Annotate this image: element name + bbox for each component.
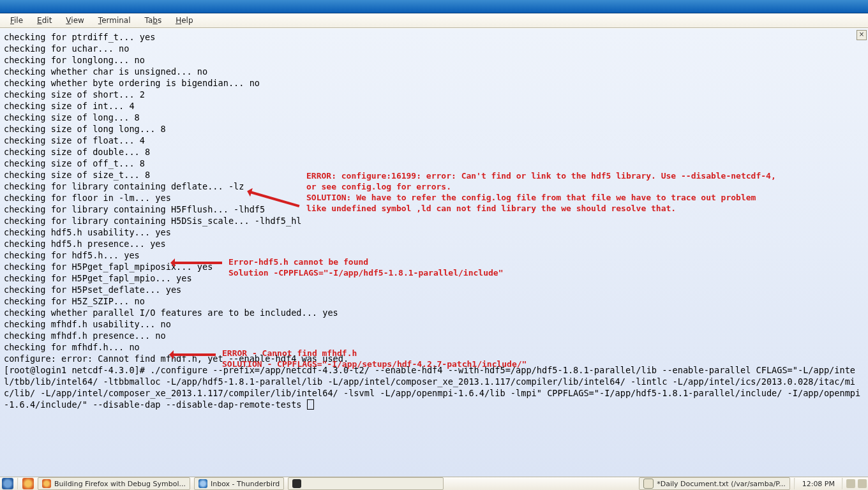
- annotation-hdf5-header: Error-hdf5.h cannot be found Solution -C…: [228, 256, 503, 278]
- firefox-icon: [42, 479, 51, 488]
- taskbar-item-thunderbird[interactable]: Inbox - Thunderbird: [194, 477, 284, 490]
- separator: [17, 478, 19, 489]
- menubar: File Edit View Terminal Tabs Help: [0, 13, 868, 28]
- menu-help[interactable]: Help: [169, 15, 199, 26]
- window-titlebar: [0, 0, 868, 13]
- taskbar-label: Building Firefox with Debug Symbol...: [54, 480, 186, 488]
- menu-terminal[interactable]: Terminal: [92, 15, 137, 26]
- arrow-icon: [174, 262, 222, 264]
- terminal-icon: [292, 479, 301, 488]
- taskbar-label: Inbox - Thunderbird: [211, 480, 280, 488]
- close-tab-button[interactable]: ×: [857, 30, 867, 40]
- taskbar-clock[interactable]: 12:08 PM: [797, 480, 840, 488]
- terminal-cursor: [307, 399, 314, 410]
- tray-icon[interactable]: [846, 479, 855, 488]
- taskbar-label: *Daily Document.txt (/var/samba/P...: [657, 480, 785, 488]
- menu-file[interactable]: File: [4, 15, 29, 26]
- taskbar-item-terminal[interactable]: [288, 477, 444, 490]
- menu-view[interactable]: View: [59, 15, 90, 26]
- system-menu-icon[interactable]: [2, 478, 13, 489]
- annotation-mfhdf-header: ERROR - Cannot find mfhdf.h SOLUTION - C…: [222, 348, 527, 369]
- taskbar: Building Firefox with Debug Symbol... In…: [0, 477, 868, 490]
- annotation-hdf5-link-error: ERROR: configure:16199: error: Can't fin…: [306, 170, 776, 214]
- taskbar-item-firefox[interactable]: Building Firefox with Debug Symbol...: [38, 477, 190, 490]
- menu-edit[interactable]: Edit: [31, 15, 58, 26]
- thunderbird-icon: [198, 479, 207, 488]
- tray-icon[interactable]: [858, 479, 867, 488]
- text-editor-icon: [643, 479, 654, 489]
- separator: [842, 478, 843, 489]
- menu-tabs[interactable]: Tabs: [138, 15, 168, 26]
- taskbar-item-editor[interactable]: *Daily Document.txt (/var/samba/P...: [639, 477, 789, 490]
- terminal-viewport: × checking for ptrdiff_t... yes checking…: [0, 28, 868, 479]
- separator: [794, 478, 795, 489]
- arrow-icon: [172, 353, 216, 356]
- browser-icon[interactable]: [22, 478, 34, 489]
